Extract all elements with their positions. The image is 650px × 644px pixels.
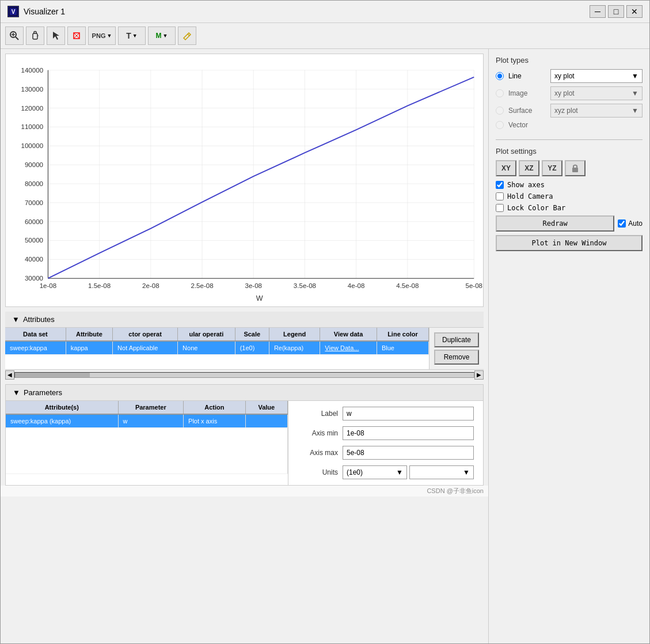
units-dropdown-2-icon: ▼ bbox=[463, 468, 470, 476]
lock-color-bar-checkbox[interactable] bbox=[496, 204, 504, 212]
main-window: V Visualizer 1 ─ □ ✕ bbox=[0, 0, 650, 644]
param-col-value: Value bbox=[245, 401, 287, 414]
units-value-1: (1e0) bbox=[347, 468, 363, 476]
scroll-thumb[interactable] bbox=[15, 373, 90, 377]
auto-checkbox[interactable] bbox=[618, 219, 626, 228]
vector-radio[interactable] bbox=[496, 121, 504, 129]
line-type-select[interactable]: xy plot ▼ bbox=[550, 69, 643, 83]
auto-label: Auto bbox=[628, 219, 643, 228]
line-radio[interactable] bbox=[496, 72, 504, 80]
line-type-dropdown-icon: ▼ bbox=[632, 72, 638, 80]
plot-in-new-window-button[interactable]: Plot in New Window bbox=[496, 235, 643, 251]
xz-view-button[interactable]: XZ bbox=[519, 160, 539, 176]
lock-view-button[interactable] bbox=[565, 160, 586, 176]
edit-button[interactable] bbox=[178, 26, 196, 45]
divider-1 bbox=[496, 139, 643, 140]
attributes-title: Attributes bbox=[23, 315, 55, 324]
svg-text:90000: 90000 bbox=[25, 161, 43, 168]
axis-min-input[interactable] bbox=[343, 426, 474, 440]
window-title: Visualizer 1 bbox=[24, 7, 65, 16]
svg-text:50000: 50000 bbox=[25, 237, 43, 244]
svg-text:120000: 120000 bbox=[21, 105, 44, 112]
svg-line-9 bbox=[188, 34, 189, 36]
surface-type-dropdown-icon: ▼ bbox=[632, 107, 638, 115]
surface-label: Surface bbox=[508, 107, 546, 115]
chart-svg: 140000 130000 120000 110000 100000 90000… bbox=[6, 54, 483, 306]
units-select-1[interactable]: (1e0) ▼ bbox=[343, 465, 407, 479]
attributes-side-buttons: Duplicate Remove bbox=[429, 328, 484, 369]
title-bar-left: V Visualizer 1 bbox=[7, 6, 65, 17]
units-select-2[interactable]: ▼ bbox=[409, 465, 474, 479]
xy-view-button[interactable]: XY bbox=[496, 160, 516, 176]
image-type-select: xy plot ▼ bbox=[550, 86, 643, 100]
pan-button[interactable] bbox=[26, 26, 44, 45]
parameters-collapse-icon[interactable]: ▼ bbox=[13, 388, 20, 397]
attributes-table-wrapper[interactable]: Data set Attribute ctor operat ular oper… bbox=[5, 328, 429, 369]
redraw-row: Redraw Auto bbox=[496, 215, 643, 232]
remove-button[interactable]: Remove bbox=[434, 350, 479, 365]
param-cell-value bbox=[245, 414, 287, 428]
units-dropdown-1-icon: ▼ bbox=[396, 468, 403, 476]
show-axes-checkbox[interactable] bbox=[496, 181, 504, 189]
attributes-collapse-icon[interactable]: ▼ bbox=[12, 315, 20, 324]
cell-viewdata[interactable]: View Data... bbox=[320, 341, 377, 355]
hold-camera-checkbox[interactable] bbox=[496, 192, 504, 200]
svg-text:4e-08: 4e-08 bbox=[348, 282, 365, 289]
parameters-table-container: Attribute(s) Parameter Action Value swee… bbox=[6, 401, 288, 485]
right-panel: Plot types Line xy plot ▼ Image bbox=[488, 49, 649, 643]
param-cell-attr: sweep:kappa (kappa) bbox=[6, 414, 118, 428]
attributes-scrollbar[interactable]: ◀ ▶ bbox=[5, 369, 484, 380]
plot-type-line-row: Line xy plot ▼ bbox=[496, 69, 643, 83]
axis-max-input[interactable] bbox=[343, 446, 474, 460]
auto-row: Auto bbox=[618, 219, 643, 228]
param-col-action: Action bbox=[184, 401, 246, 414]
attributes-section: ▼ Attributes Data set Attribute ctor ope… bbox=[5, 312, 484, 380]
minimize-button[interactable]: ─ bbox=[590, 5, 606, 18]
png-button[interactable]: PNG ▼ bbox=[88, 26, 116, 45]
svg-text:3.5e-08: 3.5e-08 bbox=[294, 282, 316, 289]
scroll-left-arrow[interactable]: ◀ bbox=[5, 370, 14, 380]
surface-type-select: xyz plot ▼ bbox=[550, 104, 643, 118]
parameters-table: Attribute(s) Parameter Action Value swee… bbox=[6, 401, 288, 474]
label-field-label: Label bbox=[298, 410, 338, 418]
show-axes-row: Show axes bbox=[496, 181, 643, 189]
chart-container: 140000 130000 120000 110000 100000 90000… bbox=[5, 54, 484, 307]
parameters-section: ▼ Parameters Attribute(s) Parameter Acti… bbox=[5, 384, 484, 486]
yz-view-button[interactable]: YZ bbox=[542, 160, 562, 176]
svg-text:V: V bbox=[12, 9, 16, 15]
table-row[interactable]: sweep:kappa kappa Not Applicable None (1… bbox=[5, 341, 428, 355]
surface-radio[interactable] bbox=[496, 107, 504, 115]
svg-text:80000: 80000 bbox=[25, 180, 43, 187]
restore-button[interactable]: □ bbox=[608, 5, 624, 18]
svg-text:110000: 110000 bbox=[21, 124, 44, 131]
duplicate-button[interactable]: Duplicate bbox=[434, 332, 479, 347]
parameters-fields: Label Axis min Axis max Units bbox=[288, 401, 483, 485]
scroll-right-arrow[interactable]: ▶ bbox=[474, 370, 484, 380]
select-button[interactable] bbox=[47, 26, 65, 45]
zoom-button[interactable] bbox=[5, 26, 24, 45]
col-legend: Legend bbox=[269, 328, 320, 341]
rotate-button[interactable] bbox=[67, 26, 86, 45]
app-icon: V bbox=[7, 6, 19, 17]
image-radio[interactable] bbox=[496, 89, 504, 97]
line-label: Line bbox=[508, 72, 546, 80]
label-input[interactable] bbox=[343, 407, 474, 421]
cell-legend: Re(kappa) bbox=[269, 341, 320, 355]
cell-attribute: kappa bbox=[66, 341, 112, 355]
param-table-row[interactable]: sweep:kappa (kappa) w Plot x axis bbox=[6, 414, 288, 428]
parameters-content: Attribute(s) Parameter Action Value swee… bbox=[6, 401, 483, 485]
param-cell-action: Plot x axis bbox=[184, 414, 246, 428]
scroll-track[interactable] bbox=[14, 372, 474, 378]
marker-button[interactable]: M ▼ bbox=[148, 26, 176, 45]
plot-settings-title: Plot settings bbox=[496, 147, 643, 156]
col-linecolor: Line color bbox=[377, 328, 428, 341]
close-button[interactable]: ✕ bbox=[626, 5, 643, 18]
redraw-button[interactable]: Redraw bbox=[496, 215, 614, 232]
svg-text:30000: 30000 bbox=[25, 275, 43, 282]
text-button[interactable]: T ▼ bbox=[118, 26, 146, 45]
svg-text:2.5e-08: 2.5e-08 bbox=[191, 282, 213, 289]
param-cell-param: w bbox=[118, 414, 184, 428]
svg-text:70000: 70000 bbox=[25, 199, 43, 206]
units-field-row: Units (1e0) ▼ ▼ bbox=[298, 465, 474, 479]
plot-settings-section: Plot settings XY XZ YZ bbox=[496, 147, 643, 251]
